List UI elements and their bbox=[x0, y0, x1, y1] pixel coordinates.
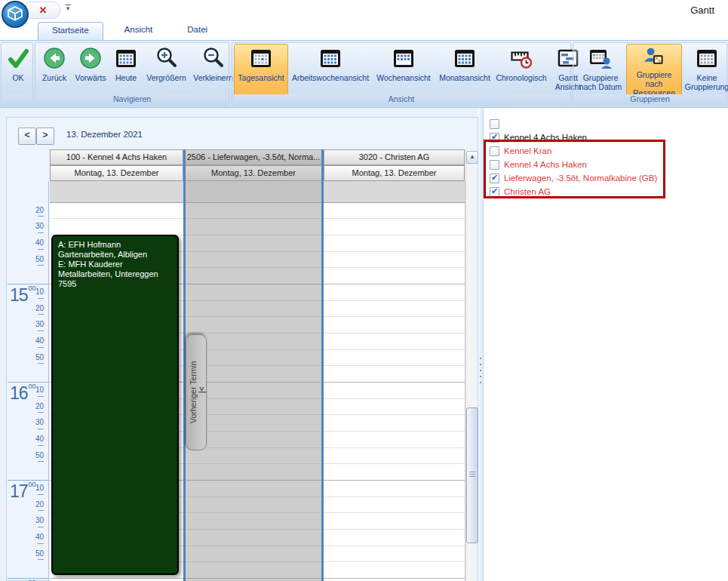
no-grouping-calendar-icon bbox=[695, 46, 719, 72]
day-view-icon bbox=[249, 46, 273, 72]
application-menu-button[interactable] bbox=[2, 1, 29, 28]
grid-minute-line bbox=[183, 561, 324, 562]
splitter-grip-dot bbox=[480, 382, 481, 383]
resource-header-1[interactable]: 100 - Kennel 4 Achs Haken bbox=[50, 149, 183, 165]
ok-button[interactable]: OK bbox=[3, 44, 33, 98]
zurueck-button[interactable]: Zurück bbox=[37, 44, 72, 98]
resource-header-3[interactable]: 3020 - Christen AG bbox=[324, 149, 465, 165]
grid-minute-line bbox=[324, 512, 465, 513]
splitter-grip-dot bbox=[480, 376, 481, 377]
vorwaerts-button[interactable]: Vorwärts bbox=[72, 44, 109, 98]
grid-minute-line bbox=[324, 218, 465, 219]
scrollbar-grip bbox=[469, 472, 475, 477]
resource-list-item[interactable]: Kennel 4 Achs Haken bbox=[490, 131, 587, 144]
grid-minute-line bbox=[324, 496, 465, 497]
grid-minute-line bbox=[324, 529, 465, 530]
resource-list-item[interactable]: Kennel 4 Achs Haken bbox=[490, 158, 587, 171]
chronologisch-button[interactable]: Chronologisch bbox=[495, 44, 548, 98]
time-ruler-minute-label: 50 bbox=[6, 450, 51, 464]
splitter-grip-dot bbox=[480, 370, 481, 371]
next-date-button[interactable]: > bbox=[36, 128, 54, 145]
time-ruler-tick bbox=[38, 510, 44, 511]
wochenansicht-button[interactable]: Wochenansicht bbox=[373, 44, 435, 98]
time-ruler-tick bbox=[38, 445, 44, 446]
grid-hour-line bbox=[324, 480, 465, 481]
resource-checkbox[interactable] bbox=[490, 187, 499, 197]
gruppiere-nach-datum-button[interactable]: Gruppiere nach Datum bbox=[575, 44, 626, 98]
grid-minute-line bbox=[183, 251, 324, 252]
prev-date-button[interactable]: < bbox=[18, 128, 36, 145]
appointment-block[interactable]: A: EFH Hofmann Gartenarbeiten, Albligen … bbox=[51, 235, 179, 575]
grid-minute-line bbox=[324, 414, 465, 415]
grid-minute-line bbox=[183, 316, 324, 317]
close-icon[interactable]: ✕ bbox=[39, 5, 48, 16]
scrollbar-up-button[interactable]: ▲ bbox=[466, 151, 478, 164]
resource-list-item[interactable]: Kennel Kran bbox=[490, 144, 551, 158]
resource-label[interactable]: Christen AG bbox=[504, 187, 551, 196]
week-view-icon bbox=[392, 46, 416, 72]
day-header-1[interactable]: Montag, 13. Dezember bbox=[50, 165, 183, 181]
time-ruler-tick bbox=[38, 216, 44, 217]
resource-list-item[interactable]: Lieferwagen, -3.5ôt, Normalkabine (GB) bbox=[490, 171, 657, 185]
time-ruler-minute-label: 40 bbox=[6, 237, 51, 251]
resource-label[interactable]: Kennel 4 Achs Haken bbox=[504, 133, 587, 142]
resource-label[interactable]: Kennel Kran bbox=[504, 146, 551, 155]
appointment-line-2: E: MFH Kauderer Metallarbeiten, Unteregg… bbox=[58, 260, 174, 279]
resource-list-item[interactable] bbox=[490, 117, 504, 131]
time-ruler-tick bbox=[38, 461, 44, 462]
time-ruler-minute-label: 50 bbox=[6, 352, 51, 366]
scrollbar-thumb[interactable] bbox=[466, 407, 478, 543]
resource-header-2[interactable]: 2506 - Lieferwagen, -3.5ôt, Norma... bbox=[183, 149, 324, 165]
time-ruler-minute-label: 10 bbox=[6, 482, 51, 496]
panel-splitter[interactable] bbox=[478, 108, 484, 581]
grid-minute-line bbox=[324, 316, 465, 317]
time-ruler-minute-label: 30 bbox=[6, 515, 51, 529]
resource-label[interactable]: Lieferwagen, -3.5ôt, Normalkabine (GB) bbox=[504, 174, 657, 183]
qat-customize-button[interactable]: ▾ bbox=[63, 5, 72, 11]
resource-checkbox[interactable] bbox=[490, 160, 499, 170]
time-ruler-tick bbox=[38, 314, 44, 315]
resource-label[interactable]: Kennel 4 Achs Haken bbox=[504, 160, 587, 169]
day-column-3[interactable] bbox=[324, 202, 465, 581]
time-ruler-minute-label: 50 bbox=[6, 254, 51, 268]
tab-startseite[interactable]: Startseite bbox=[38, 22, 103, 40]
grid-minute-line bbox=[183, 529, 324, 530]
time-ruler-minute-label: 40 bbox=[6, 433, 51, 447]
resource-checkbox[interactable] bbox=[490, 146, 499, 156]
heute-button[interactable]: Heute bbox=[109, 44, 143, 98]
grid-minute-line bbox=[324, 398, 465, 399]
gruppiere-nach-ressourcen-button[interactable]: Gruppiere nach Ressourcen bbox=[626, 44, 682, 98]
arbeitswochenansicht-button[interactable]: Arbeitswochenansicht bbox=[288, 44, 373, 98]
resource-checkbox[interactable] bbox=[490, 174, 499, 183]
grid-minute-line bbox=[50, 218, 183, 219]
grid-hour-line bbox=[183, 284, 324, 284]
tagesansicht-button[interactable]: Tagesansicht bbox=[234, 44, 288, 98]
tab-datei[interactable]: Datei bbox=[174, 22, 221, 40]
resource-checkbox[interactable] bbox=[490, 119, 499, 129]
ribbon-group-gruppieren: Gruppiere nach Datum Gruppiere nach Ress… bbox=[573, 42, 727, 106]
previous-appointment-icon: |< bbox=[198, 387, 206, 394]
day-header-3[interactable]: Montag, 13. Dezember bbox=[324, 165, 465, 181]
cube-icon bbox=[3, 2, 27, 26]
time-ruler-minute-label: 30 bbox=[6, 417, 51, 431]
grid-hour-line bbox=[324, 382, 465, 383]
keine-gruppierung-button[interactable]: Keine Gruppierung bbox=[682, 44, 728, 98]
tab-ansicht[interactable]: Ansicht bbox=[111, 22, 167, 40]
grid-minute-line bbox=[183, 235, 324, 235]
zoom-out-icon bbox=[201, 46, 226, 72]
chevron-down-icon: ▾ bbox=[66, 5, 70, 12]
monatsansicht-button[interactable]: Monatsansicht bbox=[435, 44, 495, 98]
resource-list-item[interactable]: Christen AG bbox=[490, 185, 551, 198]
work-week-view-icon bbox=[318, 46, 342, 72]
previous-appointment-button[interactable]: Vorheriger Termin |< bbox=[186, 334, 207, 450]
time-ruler-tick bbox=[38, 543, 44, 544]
appointment-line-1: A: EFH Hofmann Gartenarbeiten, Albligen bbox=[58, 240, 174, 260]
verkleinern-button[interactable]: Verkleinern bbox=[190, 44, 236, 98]
vergroessern-button[interactable]: Vergrößern bbox=[143, 44, 190, 98]
calendar-today-icon bbox=[114, 46, 138, 72]
resource-checkbox[interactable] bbox=[490, 133, 499, 143]
ribbon-group-ansicht: Tagesansicht Arbeitswochenansicht bbox=[232, 42, 571, 106]
time-ruler-minute-label: 20 bbox=[6, 303, 51, 317]
allday-separator bbox=[50, 202, 465, 203]
day-header-2[interactable]: Montag, 13. Dezember bbox=[183, 165, 324, 181]
